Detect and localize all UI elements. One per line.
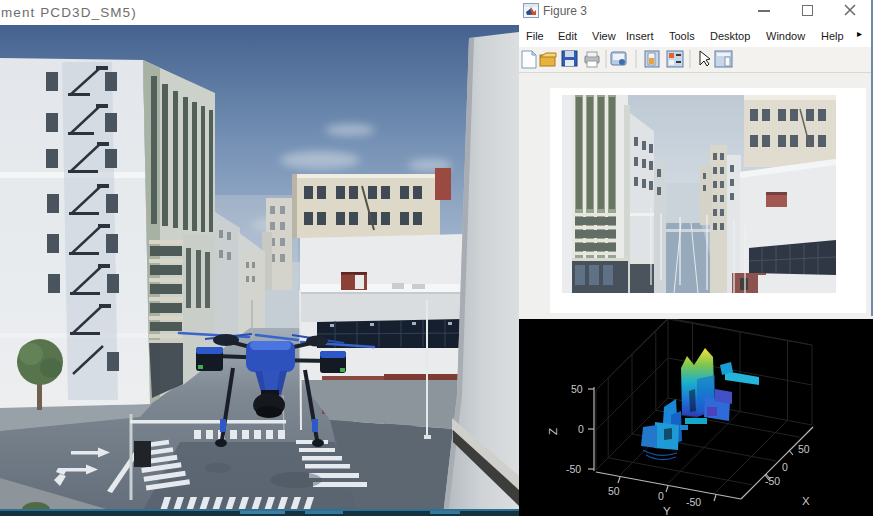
svg-text:ment PCD3D_SM5): ment PCD3D_SM5) xyxy=(1,5,137,20)
svg-text:0: 0 xyxy=(578,423,584,435)
svg-text:-50: -50 xyxy=(686,496,701,508)
svg-text:X: X xyxy=(802,495,810,507)
svg-text:50: 50 xyxy=(608,485,620,497)
svg-text:Z: Z xyxy=(547,428,559,435)
svg-text:0: 0 xyxy=(658,490,664,502)
svg-text:-50: -50 xyxy=(566,463,581,475)
svg-text:Y: Y xyxy=(663,505,671,516)
svg-text:50: 50 xyxy=(571,383,583,395)
svg-text:-50: -50 xyxy=(765,475,780,487)
svg-text:0: 0 xyxy=(782,461,788,473)
svg-text:50: 50 xyxy=(798,443,810,455)
